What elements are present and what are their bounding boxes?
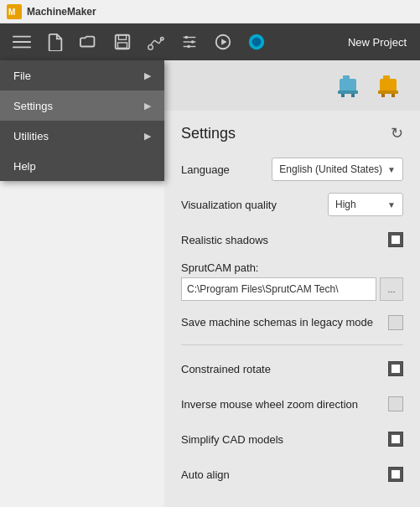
save-legacy-row: Save machine schemas in legacy mode bbox=[181, 309, 403, 336]
save-legacy-label: Save machine schemas in legacy mode bbox=[181, 315, 388, 330]
auto-align-label: Auto align bbox=[181, 468, 388, 481]
settings-header: Settings ↻ bbox=[181, 124, 403, 142]
language-select-value: English (United States) bbox=[279, 163, 382, 175]
svg-text:M: M bbox=[8, 8, 15, 17]
settings-divider bbox=[181, 344, 403, 345]
sprutcam-path-label: SprutCAM path: bbox=[181, 261, 259, 274]
menu-arrow-utilities-icon: ▶ bbox=[144, 131, 151, 142]
settings-panel: Settings ↻ Language English (United Stat… bbox=[164, 111, 420, 507]
menu-item-settings[interactable]: Settings ▶ bbox=[0, 91, 164, 121]
inverse-mouse-wheel-label: Inverse mouse wheel zoom direction bbox=[181, 398, 388, 411]
menu-item-settings-label: Settings bbox=[13, 100, 144, 112]
svg-rect-23 bbox=[343, 75, 350, 80]
main-area: File ▶ Settings ▶ Utilities ▶ Help bbox=[0, 60, 420, 507]
svg-rect-24 bbox=[338, 91, 358, 94]
svg-point-12 bbox=[161, 38, 164, 41]
menu-button[interactable] bbox=[7, 27, 37, 57]
machine-icon-1 bbox=[336, 70, 366, 101]
svg-rect-26 bbox=[351, 94, 355, 97]
visualization-quality-select[interactable]: High ▼ bbox=[328, 193, 403, 216]
simplify-cad-control bbox=[388, 432, 403, 447]
svg-rect-7 bbox=[118, 43, 127, 48]
new-file-button[interactable] bbox=[40, 27, 70, 57]
svg-point-8 bbox=[148, 45, 153, 49]
realistic-shadows-control bbox=[388, 232, 403, 247]
svg-rect-3 bbox=[13, 41, 31, 43]
titlebar: M MachineMaker bbox=[0, 0, 420, 23]
refresh-button[interactable]: ↻ bbox=[391, 124, 403, 142]
auto-align-control bbox=[388, 467, 403, 482]
svg-point-16 bbox=[191, 40, 194, 44]
simplify-cad-checkbox[interactable] bbox=[388, 432, 403, 447]
auto-align-row: Auto align bbox=[181, 461, 403, 488]
visualization-quality-label: Visualization quality bbox=[181, 199, 328, 211]
app-title: MachineMaker bbox=[27, 6, 96, 18]
auto-align-checkbox[interactable] bbox=[388, 467, 403, 482]
settings-content: Settings ↻ Language English (United Stat… bbox=[164, 60, 420, 507]
menu-item-file-label: File bbox=[13, 70, 144, 82]
svg-point-18 bbox=[187, 45, 190, 49]
save-button[interactable] bbox=[107, 27, 137, 57]
save-legacy-checkbox[interactable] bbox=[388, 315, 403, 330]
browse-button[interactable]: ... bbox=[380, 277, 403, 301]
menu-item-help-label: Help bbox=[13, 160, 151, 173]
svg-line-10 bbox=[154, 40, 159, 44]
realistic-shadows-label: Realistic shadows bbox=[181, 234, 388, 246]
menu-arrow-file-icon: ▶ bbox=[144, 70, 151, 81]
language-row: Language English (United States) ▼ bbox=[181, 156, 403, 183]
content-top bbox=[164, 60, 420, 111]
play-button[interactable] bbox=[208, 27, 238, 57]
visualization-quality-row: Visualization quality High ▼ bbox=[181, 191, 403, 218]
visualization-quality-arrow-icon: ▼ bbox=[387, 200, 396, 210]
language-select[interactable]: English (United States) ▼ bbox=[272, 158, 403, 181]
menu-item-utilities-label: Utilities bbox=[13, 130, 144, 142]
app-logo-icon: M bbox=[7, 4, 22, 19]
simplify-cad-label: Simplify CAD models bbox=[181, 433, 388, 446]
constrained-rotate-row: Constrained rotate bbox=[181, 355, 403, 382]
inverse-mouse-wheel-control bbox=[388, 396, 403, 411]
svg-rect-28 bbox=[383, 75, 390, 80]
realistic-shadows-checkbox[interactable] bbox=[388, 232, 403, 247]
svg-rect-2 bbox=[13, 36, 31, 38]
save-legacy-control bbox=[388, 315, 403, 330]
open-folder-button[interactable] bbox=[74, 27, 104, 57]
project-title: New Project bbox=[348, 36, 407, 49]
svg-rect-4 bbox=[13, 47, 31, 49]
constrained-rotate-control bbox=[388, 361, 403, 376]
toolbar: New Project bbox=[0, 23, 420, 60]
language-label: Language bbox=[181, 163, 272, 176]
settings-title: Settings bbox=[181, 125, 236, 142]
svg-marker-20 bbox=[221, 39, 226, 44]
svg-rect-27 bbox=[380, 79, 397, 92]
robot-arm-button[interactable] bbox=[141, 27, 171, 57]
inverse-mouse-wheel-checkbox[interactable] bbox=[388, 396, 403, 411]
simplify-cad-row: Simplify CAD models bbox=[181, 426, 403, 453]
svg-rect-31 bbox=[391, 94, 395, 97]
constrained-rotate-label: Constrained rotate bbox=[181, 363, 388, 375]
language-control: English (United States) ▼ bbox=[272, 158, 403, 181]
language-select-arrow-icon: ▼ bbox=[387, 165, 396, 174]
svg-rect-22 bbox=[340, 79, 356, 92]
menu-item-file[interactable]: File ▶ bbox=[0, 60, 164, 91]
machine-icon-2 bbox=[376, 70, 407, 101]
realistic-shadows-row: Realistic shadows bbox=[181, 226, 403, 253]
sprutcam-path-row: ... bbox=[181, 277, 403, 301]
menu-item-help[interactable]: Help bbox=[0, 151, 164, 181]
svg-rect-29 bbox=[378, 91, 398, 94]
constrained-rotate-checkbox[interactable] bbox=[388, 361, 403, 376]
svg-line-9 bbox=[151, 40, 155, 45]
svg-rect-30 bbox=[381, 94, 385, 97]
menu-item-utilities[interactable]: Utilities ▶ bbox=[0, 121, 164, 151]
sprutcam-path-input[interactable] bbox=[181, 277, 376, 301]
svg-point-14 bbox=[185, 36, 189, 39]
svg-rect-25 bbox=[341, 94, 345, 97]
menu-arrow-settings-icon: ▶ bbox=[144, 101, 151, 111]
menu-dropdown: File ▶ Settings ▶ Utilities ▶ Help bbox=[0, 60, 164, 181]
visualization-quality-value: High bbox=[335, 199, 382, 210]
settings-sliders-button[interactable] bbox=[174, 27, 205, 57]
brand-icon-button[interactable] bbox=[241, 27, 272, 57]
visualization-quality-control: High ▼ bbox=[328, 193, 403, 216]
inverse-mouse-wheel-row: Inverse mouse wheel zoom direction bbox=[181, 391, 403, 417]
